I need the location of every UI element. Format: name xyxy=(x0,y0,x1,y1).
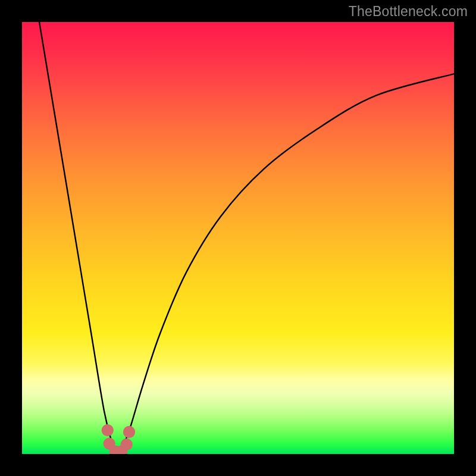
curve-layer xyxy=(22,22,454,454)
blob-point xyxy=(121,439,133,450)
watermark-text: TheBottleneck.com xyxy=(349,4,468,20)
chart-frame: TheBottleneck.com xyxy=(0,0,476,476)
blob-point xyxy=(102,424,114,436)
blob-cluster xyxy=(102,424,136,454)
bottleneck-curve xyxy=(39,22,454,454)
plot-area xyxy=(22,22,454,454)
blob-point xyxy=(123,426,135,438)
